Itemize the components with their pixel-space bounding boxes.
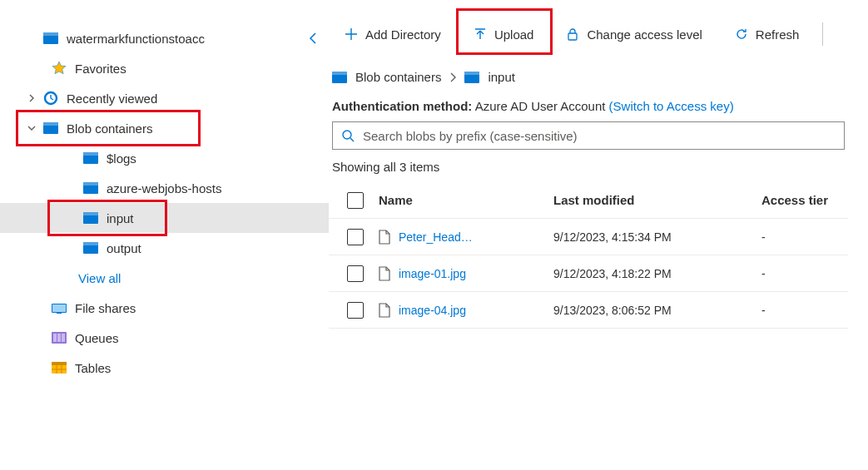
file-shares-icon [52, 300, 67, 315]
table-row[interactable]: image-01.jpg 9/12/2023, 4:18:22 PM - [329, 255, 848, 292]
svg-rect-15 [57, 313, 62, 314]
label: input [107, 211, 134, 225]
search-box[interactable] [332, 121, 845, 150]
sidebar-item-blob-containers[interactable]: Blob containers [0, 113, 329, 143]
switch-access-key-link[interactable]: (Switch to Access key) [609, 99, 734, 113]
container-icon [83, 210, 98, 225]
sidebar-root[interactable]: ▶ watermarkfunctionstoacc [0, 23, 329, 53]
svg-line-31 [350, 138, 354, 141]
breadcrumb-current: input [488, 70, 515, 84]
svg-rect-19 [62, 334, 65, 342]
label: Queues [75, 331, 119, 345]
queues-icon [52, 330, 67, 345]
upload-button[interactable]: Upload [461, 20, 546, 48]
table-header: Name Last modified Access tier [329, 182, 848, 219]
label: File shares [75, 301, 136, 315]
svg-rect-10 [83, 212, 98, 215]
row-checkbox[interactable] [347, 302, 364, 319]
star-icon [52, 61, 67, 76]
sidebar-item-file-shares[interactable]: File shares [0, 293, 329, 323]
add-directory-button[interactable]: Add Directory [332, 20, 453, 48]
container-icon [332, 72, 347, 83]
label: Upload [494, 27, 534, 42]
auth-value: Azure AD User Account [475, 99, 606, 113]
breadcrumb-root[interactable]: Blob containers [355, 70, 441, 84]
sidebar-item-queues[interactable]: Queues [0, 323, 329, 353]
label: output [107, 241, 141, 255]
container-icon [464, 72, 479, 83]
svg-rect-25 [568, 33, 577, 40]
cell-tier: - [761, 230, 848, 244]
divider [822, 22, 823, 46]
cell-modified: 9/12/2023, 4:15:34 PM [553, 230, 761, 244]
main-content: Add Directory Upload Change access level… [329, 0, 868, 470]
container-icon [43, 121, 58, 136]
svg-point-30 [343, 131, 351, 139]
header-modified[interactable]: Last modified [553, 193, 761, 207]
sidebar-item-view-all[interactable]: View all [0, 263, 329, 293]
header-tier[interactable]: Access tier [761, 193, 848, 207]
refresh-button[interactable]: Refresh [722, 20, 811, 48]
svg-rect-17 [53, 334, 57, 342]
label: Change access level [587, 27, 702, 42]
chevron-down-icon[interactable] [25, 124, 38, 132]
blob-table: Name Last modified Access tier Peter_Hea… [329, 182, 848, 329]
cell-modified: 9/13/2023, 8:06:52 PM [553, 304, 761, 317]
file-name-link[interactable]: image-04.jpg [399, 304, 466, 317]
label: Add Directory [365, 27, 441, 42]
label: Blob containers [67, 121, 152, 136]
sidebar: ▶ watermarkfunctionstoacc Favorites Rece… [0, 0, 329, 470]
svg-rect-21 [52, 362, 67, 365]
svg-rect-14 [52, 304, 66, 312]
file-icon [379, 266, 390, 281]
search-input[interactable] [363, 129, 836, 143]
file-icon [379, 303, 390, 318]
container-icon [83, 181, 98, 195]
svg-rect-27 [332, 72, 347, 75]
sidebar-item-input[interactable]: input [0, 203, 329, 233]
file-name-link[interactable]: Peter_Head… [399, 230, 473, 244]
item-count: Showing all 3 items [329, 160, 865, 174]
chevron-right-icon[interactable] [25, 94, 38, 102]
refresh-icon [734, 27, 749, 42]
header-name[interactable]: Name [379, 193, 553, 207]
svg-rect-6 [83, 152, 98, 156]
cell-tier: - [761, 267, 848, 280]
label: Recently viewed [67, 92, 157, 106]
svg-rect-12 [83, 242, 98, 245]
label: $logs [107, 151, 136, 166]
root-label: watermarkfunctionstoacc [67, 32, 205, 46]
storage-account-icon [43, 31, 58, 46]
lock-icon [565, 27, 580, 42]
label: Tables [75, 361, 111, 375]
label: Favorites [75, 62, 126, 76]
svg-rect-8 [83, 182, 98, 186]
cell-tier: - [761, 304, 848, 317]
cell-modified: 9/12/2023, 4:18:22 PM [553, 267, 761, 280]
row-checkbox[interactable] [347, 229, 364, 245]
label: azure-webjobs-hosts [107, 181, 221, 195]
upload-icon [473, 27, 488, 42]
container-icon [83, 240, 98, 255]
table-row[interactable]: image-04.jpg 9/13/2023, 8:06:52 PM - [329, 292, 848, 329]
sidebar-item-logs[interactable]: $logs [0, 143, 329, 173]
label: View all [78, 271, 121, 285]
select-all-checkbox[interactable] [347, 192, 364, 209]
tables-icon [52, 360, 67, 375]
breadcrumb: Blob containers input [329, 70, 865, 84]
row-checkbox[interactable] [347, 265, 364, 282]
sidebar-item-tables[interactable]: Tables [0, 353, 329, 383]
sidebar-item-favorites[interactable]: Favorites [0, 53, 329, 83]
change-access-level-button[interactable]: Change access level [553, 20, 713, 48]
auth-label: Authentication method: [332, 99, 472, 113]
sidebar-item-recently-viewed[interactable]: Recently viewed [0, 83, 329, 113]
file-name-link[interactable]: image-01.jpg [399, 267, 466, 280]
svg-rect-1 [43, 32, 58, 36]
sidebar-item-output[interactable]: output [0, 233, 329, 263]
svg-rect-18 [57, 334, 61, 342]
svg-rect-4 [43, 122, 58, 126]
sidebar-item-azure-webjobs-hosts[interactable]: azure-webjobs-hosts [0, 173, 329, 203]
search-icon [341, 129, 355, 142]
table-row[interactable]: Peter_Head… 9/12/2023, 4:15:34 PM - [329, 219, 848, 255]
collapse-sidebar-icon[interactable] [309, 32, 317, 45]
